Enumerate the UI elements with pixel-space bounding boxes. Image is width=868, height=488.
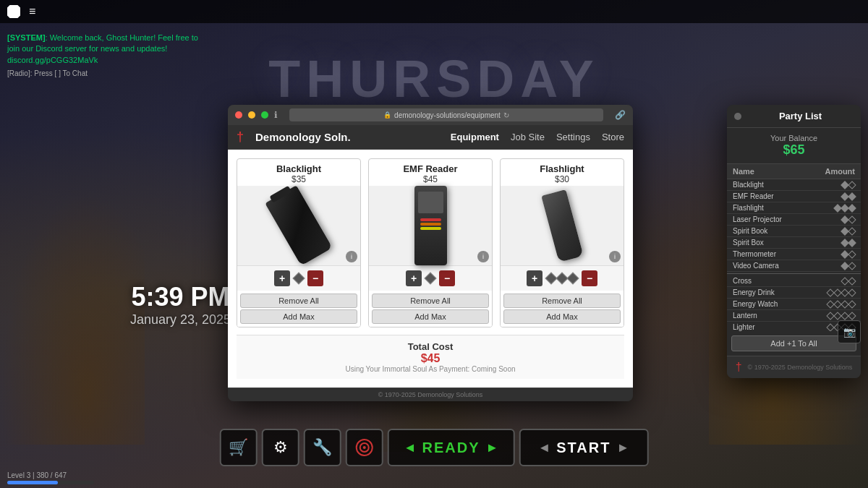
party-item-name: Energy Drink [733,288,775,296]
party-list-item: Cross [727,275,861,287]
browser-titlebar: ℹ 🔒 demonology-solutions/equipment ↻ 🔗 [228,105,633,125]
clock-date: January 23, 2025 [130,312,231,328]
party-list-item: EMF Reader [727,191,861,202]
emf-add-max-btn[interactable]: Add Max [372,309,489,324]
url-refresh-icon[interactable]: ↻ [503,111,509,119]
party-list-header: Name Amount [727,164,861,179]
party-item-dot [848,277,856,285]
party-list-item: Energy Watch [727,299,861,310]
blacklight-minus-btn[interactable]: − [307,270,323,286]
party-item-name: Blacklight [733,181,764,189]
toolbar-target-btn[interactable] [346,429,383,466]
party-item-dot [848,204,856,212]
flashlight-add-max-btn[interactable]: Add Max [503,309,621,324]
ready-chevron-right: ► [486,440,499,455]
party-list-item: Blacklight [727,179,861,191]
party-item-dots [842,228,855,234]
party-col-amount: Amount [825,167,855,176]
party-item-name: Cross [733,277,752,285]
total-cost: $45 [242,352,618,365]
party-item-name: Spirit Book [733,227,767,235]
browser-info-icon[interactable]: ℹ [274,110,278,120]
start-btn[interactable]: ◄ START ► [519,429,648,466]
party-list-item: Thermometer [727,249,861,260]
emf-info-btn[interactable]: i [477,251,489,262]
qty-dot-1 [293,273,305,285]
balance-label: Your Balance [733,134,855,142]
party-item-dot [848,262,856,270]
party-item-name: Laser Projector [733,215,782,223]
ready-btn[interactable]: ◄ READY ► [388,429,515,466]
blacklight-name: Blacklight [240,163,357,174]
flashlight-remove-all-btn[interactable]: Remove All [503,294,621,308]
party-item-dots [842,217,855,223]
flashlight-actions: Remove All Add Max [501,291,624,327]
party-list-item: Energy Drink [727,287,861,299]
party-item-dots [827,301,855,307]
toolbar-settings-btn[interactable]: ⚙ [262,429,299,466]
nav-settings[interactable]: Settings [556,132,590,142]
browser-window: ℹ 🔒 demonology-solutions/equipment ↻ 🔗 †… [228,105,633,401]
blacklight-controls: + − [237,265,360,291]
emf-minus-btn[interactable]: − [439,270,455,286]
flashlight-plus-btn[interactable]: + [527,270,542,286]
nav-store[interactable]: Store [602,132,624,142]
total-label: Total Cost [242,341,618,352]
party-panel-header: Party List [727,105,861,128]
browser-share-icon[interactable]: 🔗 [615,110,626,120]
party-item-name: Thermometer [733,250,776,258]
emf-plus-btn[interactable]: + [406,270,422,286]
party-item-dots [842,194,855,200]
party-item-name: Energy Watch [733,300,778,308]
traffic-light-minimize[interactable] [248,111,255,119]
nav-equipment[interactable]: Equipment [451,132,499,142]
browser-footer: © 1970-2025 Demonology Solutions [228,388,633,401]
emf-image: i [369,186,492,265]
screenshot-btn[interactable]: 📷 [838,320,861,343]
balance-amount: $65 [733,142,855,158]
screenshot-icon: 📷 [843,326,856,338]
nav-jobsite[interactable]: Job Site [511,132,545,142]
party-title: Party List [747,111,854,121]
bottom-toolbar: 🛒 ⚙ 🔧 ◄ READY ► ◄ START ► [220,429,649,466]
xp-bar-container [7,481,94,484]
blacklight-info-btn[interactable]: i [346,251,357,262]
party-list-item: Flashlight [727,202,861,214]
party-footer-cross-icon: † [736,361,742,374]
svg-point-2 [363,446,366,449]
card-header-flashlight: Flashlight $30 [501,159,624,186]
day-title: THURSDAY [268,49,599,108]
emf-icon [414,186,447,265]
chat-radio-message: [Radio]: Press [ ] To Chat [7,69,210,79]
toolbar-tool-btn[interactable]: 🔧 [304,429,341,466]
roblox-menu-icon[interactable]: ≡ [29,5,35,18]
clock-time: 5:39 PM [130,282,231,312]
emf-price: $45 [372,174,489,184]
traffic-light-maximize[interactable] [261,111,268,119]
blacklight-add-max-btn[interactable]: Add Max [240,309,357,324]
traffic-light-close[interactable] [235,111,242,119]
xp-bar-fill [7,481,58,484]
brand-cross-icon: † [237,129,244,145]
party-list-item: Spirit Book [727,226,861,237]
browser-urlbar[interactable]: 🔒 demonology-solutions/equipment ↻ [289,108,603,121]
flashlight-minus-btn[interactable]: − [582,270,597,286]
party-status-dot [734,113,741,120]
flashlight-info-btn[interactable]: i [609,251,621,262]
party-panel-footer: † © 1970-2025 Demonology Solutions [727,356,861,378]
blacklight-plus-btn[interactable]: + [274,270,290,286]
start-label: START [556,440,610,456]
blacklight-remove-all-btn[interactable]: Remove All [240,294,357,308]
party-item-dot [848,312,856,320]
flashlight-controls: + − [501,265,624,291]
party-item-dots [842,182,855,188]
equipment-card-flashlight: Flashlight $30 i + − Rem [500,158,624,328]
ready-chevron-left: ◄ [404,440,417,455]
toolbar-cart-btn[interactable]: 🛒 [220,429,258,466]
party-item-dot [848,288,856,296]
emf-remove-all-btn[interactable]: Remove All [372,294,489,308]
party-item-dot [848,239,856,247]
chat-system-message: [SYSTEM]: Welcome back, Ghost Hunter! Fe… [7,33,210,66]
start-chevron-left: ◄ [537,440,550,455]
total-section: Total Cost $45 Using Your Immortal Soul … [237,335,624,379]
